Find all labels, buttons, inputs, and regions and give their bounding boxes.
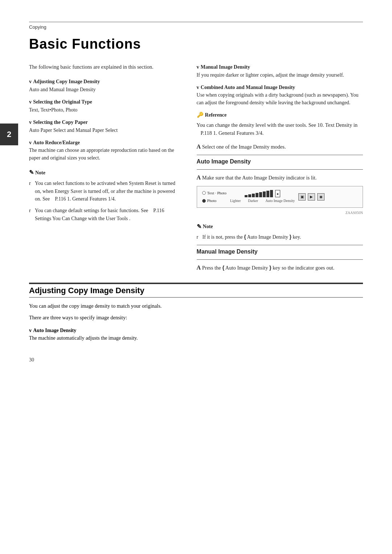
adjusting-intro-2: There are three ways to specify image de…: [29, 314, 179, 322]
density-labels: Lighter Darker Auto Image Density: [230, 198, 295, 204]
content-area: The following basic functions are explai…: [29, 63, 363, 276]
bar-1: [245, 195, 248, 197]
radio-text-photo: [202, 191, 206, 195]
manual-density-top-rule: [197, 245, 363, 245]
top-rule: [29, 22, 363, 22]
bar-6: [263, 191, 266, 197]
bar-8: [270, 190, 273, 197]
bar-5: [259, 192, 262, 197]
note-icon-1: ✎: [29, 168, 34, 177]
bullet-item-3: vSelecting the Copy Paper Auto Paper Sel…: [29, 118, 179, 134]
density-btn-3: ◉: [317, 193, 324, 201]
adjusting-bullet-1: vAuto Image Density The machine automati…: [29, 326, 179, 342]
adjusting-section-title: Adjusting Copy Image Density: [29, 286, 144, 295]
intro-text: The following basic functions are explai…: [29, 63, 179, 71]
radio-row-1: Text · Photo: [202, 190, 226, 196]
ref-block: 🔑 Reference You can change the density l…: [197, 111, 363, 137]
left-column: The following basic functions are explai…: [29, 63, 189, 276]
bar-4: [256, 193, 258, 197]
right-bullet-2: vCombined Auto and Manual Image Density …: [197, 83, 363, 107]
auto-density-title: Auto Image Density: [197, 157, 363, 166]
page-number: 30: [29, 357, 363, 363]
density-panel: Text · Photo Photo: [197, 186, 363, 208]
note-icon-2: ✎: [197, 222, 201, 231]
manual-density-step: A Press the { Auto Image Density } key s…: [197, 263, 363, 272]
bullet-item-4: vAuto Reduce/Enlarge The machine can cho…: [29, 138, 179, 162]
ref-heading: 🔑 Reference: [197, 111, 363, 119]
note-item-2: You can change default settings for basi…: [29, 207, 179, 222]
radio-group: Text · Photo Photo: [202, 190, 226, 204]
copying-label: Copying: [29, 24, 363, 30]
chapter-marker: 2: [0, 124, 18, 145]
right-bullet-1: vManual Image Density If you require dar…: [197, 63, 363, 79]
adjusting-right: [189, 302, 363, 347]
bullet-item-2: vSelecting the Original Type Text, Text•…: [29, 98, 179, 114]
manual-density-bottom-rule: [197, 259, 363, 260]
density-btn-2: ▶: [308, 193, 315, 201]
note-block-2: ✎ Note If it is not, press the { Auto Im…: [197, 222, 363, 241]
adjusting-section-header: Adjusting Copy Image Density: [29, 283, 363, 298]
note-heading-2: ✎ Note: [197, 222, 363, 231]
manual-density-title: Manual Image Density: [197, 247, 363, 256]
ref-icon: 🔑: [197, 111, 204, 119]
auto-density-step: A Make sure that the Auto Image Density …: [197, 173, 363, 182]
bar-7: [266, 191, 269, 197]
auto-density-top-rule: [197, 155, 363, 155]
adjusting-intro-1: You can adjust the copy image density to…: [29, 302, 179, 310]
auto-density-bottom-rule: [197, 169, 363, 170]
note-block-1: ✎ Note You can select functions to be ac…: [29, 168, 179, 222]
density-buttons: ▣ ▶ ◉: [298, 193, 324, 201]
density-bars: ●: [245, 190, 280, 197]
bar-2: [248, 194, 251, 197]
adjusting-section-content: You can adjust the copy image density to…: [29, 302, 363, 347]
bar-3: [252, 194, 255, 197]
page: Copying Basic Functions 2 The following …: [0, 0, 392, 554]
radio-row-2: Photo: [202, 198, 226, 204]
page-title: Basic Functions: [29, 36, 363, 52]
step-a-select: A Select one of the Image Density modes.: [197, 142, 363, 151]
density-indicator: ●: [275, 190, 280, 197]
zaas-label: ZAAS050N: [197, 210, 363, 216]
right-column: vManual Image Density If you require dar…: [189, 63, 363, 276]
note-item-1: You can select functions to be activated…: [29, 179, 179, 203]
radio-photo: [202, 199, 206, 203]
note2-item: If it is not, press the { Auto Image Den…: [197, 233, 363, 241]
note-heading-1: ✎ Note: [29, 168, 179, 177]
density-bar-area: ● Lighter Darker Auto Image Density: [230, 190, 295, 204]
density-btn-1: ▣: [298, 193, 306, 201]
ref-text: You can change the density level with th…: [197, 121, 363, 137]
adjusting-left: You can adjust the copy image density to…: [29, 302, 189, 347]
bullet-item-1: vAdjusting Copy Image Density Auto and M…: [29, 77, 179, 93]
